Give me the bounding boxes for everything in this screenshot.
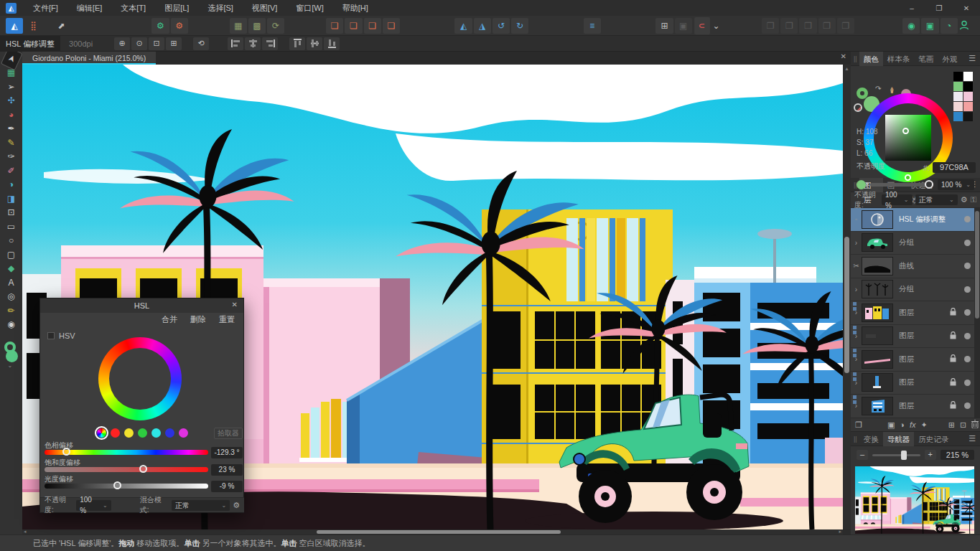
document-close-icon[interactable]: ✕: [841, 52, 846, 60]
layer-row-blue-pole[interactable]: › 图层: [851, 372, 980, 395]
zoom-value[interactable]: 215 %: [941, 450, 974, 460]
layer-visibility-toggle[interactable]: [964, 309, 971, 316]
shape-tool[interactable]: ◆: [3, 262, 20, 276]
align-right-icon[interactable]: [262, 37, 278, 50]
designer-persona-icon[interactable]: ◭: [6, 18, 23, 34]
saturation-shift-slider[interactable]: [45, 467, 208, 472]
rotate-selection-icon[interactable]: ⟲: [193, 37, 209, 50]
fill-stroke-selector[interactable]: ⌄: [3, 342, 20, 363]
close-button[interactable]: ✕: [953, 0, 980, 16]
picker-button[interactable]: 拾取器: [214, 428, 243, 439]
panel-menu-icon[interactable]: ☰: [969, 54, 976, 63]
flip-horizontal-icon[interactable]: ◭: [454, 18, 472, 34]
layer-row-blue-building[interactable]: › 图层: [851, 395, 980, 418]
move-to-back-icon[interactable]: ❏: [383, 18, 400, 34]
rectangle-tool[interactable]: ▭: [3, 220, 20, 234]
align-middle-icon[interactable]: [307, 37, 322, 50]
mini-swatch[interactable]: [953, 102, 963, 111]
layer-visibility-toggle[interactable]: [964, 356, 971, 362]
move-to-front-icon[interactable]: ❏: [326, 18, 343, 34]
scroll-up-icon[interactable]: ▲: [844, 66, 849, 71]
lock-icon[interactable]: [950, 401, 961, 410]
insert-inside-icon[interactable]: ▣: [921, 18, 938, 34]
rounded-rectangle-tool[interactable]: ▢: [3, 248, 20, 262]
saturation-shift-value[interactable]: 23 %: [211, 464, 243, 476]
pencil-tool[interactable]: ✎: [3, 136, 20, 150]
mini-swatch[interactable]: [963, 112, 973, 121]
layer-visibility-toggle[interactable]: [964, 216, 971, 222]
restore-button[interactable]: ❐: [925, 0, 953, 16]
rotate-ccw-icon[interactable]: ↺: [493, 18, 510, 34]
lock-icon[interactable]: [950, 331, 961, 341]
layer-visibility-toggle[interactable]: [964, 380, 971, 386]
menu-text[interactable]: 文本[T]: [111, 0, 155, 16]
horizontal-scroll-thumb[interactable]: [317, 530, 561, 534]
opacity-dropdown[interactable]: 100 %⌄: [938, 179, 974, 190]
gear-icon[interactable]: ⚙: [961, 195, 968, 204]
document-setup-gear-icon[interactable]: ⚙: [151, 18, 169, 34]
yellow-channel-swatch[interactable]: [124, 428, 134, 438]
corner-tool[interactable]: ◕: [3, 108, 20, 122]
mask-layer-icon[interactable]: ▣: [887, 420, 895, 430]
mini-swatch[interactable]: [963, 102, 973, 111]
tab-transform[interactable]: 变换: [859, 432, 883, 446]
scroll-left-icon[interactable]: ◂: [24, 529, 27, 534]
transform-box-icon[interactable]: ⊡: [149, 37, 164, 50]
zoom-in-button[interactable]: +: [925, 450, 936, 460]
snap-grid-icon[interactable]: ⊞: [655, 18, 673, 34]
align-left-icon[interactable]: [228, 37, 243, 50]
color-picker-tool[interactable]: ◎: [3, 290, 20, 304]
layer-row-dark[interactable]: › 图层: [851, 325, 980, 349]
layer-visibility-toggle[interactable]: [964, 333, 971, 339]
pixel-grid-icon[interactable]: ⊞: [166, 37, 182, 50]
layer-row-curve[interactable]: ✂ 曲线: [851, 255, 980, 278]
menu-select[interactable]: 选择[S]: [198, 0, 242, 16]
vector-brush-tool[interactable]: ✑: [3, 150, 20, 164]
layer-expand-chevron[interactable]: ›: [851, 402, 862, 410]
panel-menu-icon[interactable]: ☰: [969, 434, 976, 443]
ellipse-tool[interactable]: ○: [3, 234, 20, 248]
menu-help[interactable]: 帮助[H]: [333, 0, 378, 16]
pixel-persona-icon[interactable]: ⣿: [24, 18, 42, 34]
align-center-icon[interactable]: [245, 37, 261, 50]
mini-swatch[interactable]: [963, 72, 973, 81]
magenta-channel-swatch[interactable]: [179, 428, 188, 438]
menu-window[interactable]: 窗口[W]: [286, 0, 333, 16]
fill-tool[interactable]: ◑: [3, 178, 20, 192]
hsl-dialog-titlebar[interactable]: HSL ✕: [40, 298, 243, 313]
flip-vertical-icon[interactable]: ◮: [474, 18, 491, 34]
gear-icon[interactable]: ⚙: [233, 501, 240, 510]
merge-button[interactable]: 合并: [162, 314, 177, 326]
lock-icon[interactable]: [950, 378, 961, 387]
layer-visibility-toggle[interactable]: [964, 263, 971, 269]
menu-layer[interactable]: 图层[L]: [155, 0, 198, 16]
horizontal-scrollbar[interactable]: ◂ ▸: [22, 529, 843, 534]
show-selection-icon[interactable]: ⊙: [131, 37, 147, 50]
minimize-button[interactable]: –: [898, 0, 925, 16]
export-persona-icon[interactable]: ⬈: [52, 18, 70, 34]
layer-visibility-toggle[interactable]: [964, 286, 971, 293]
rotate-cw-icon[interactable]: ↻: [511, 18, 528, 34]
layer-row-pink-stripe[interactable]: › 图层: [851, 348, 980, 372]
insert-on-top-icon[interactable]: ◔: [941, 18, 958, 34]
delete-button[interactable]: 删除: [190, 314, 206, 326]
scroll-right-icon[interactable]: ▸: [839, 529, 841, 534]
layer-visibility-toggle[interactable]: [964, 240, 971, 246]
lock-icon[interactable]: ⚿: [971, 195, 976, 204]
cycle-selection-icon[interactable]: ⊕: [114, 37, 130, 50]
text-tool[interactable]: A: [3, 276, 20, 290]
panel-grip-icon[interactable]: ||: [854, 55, 857, 62]
account-icon[interactable]: [958, 19, 970, 32]
align-top-icon[interactable]: [289, 37, 305, 50]
menu-edit[interactable]: 编辑[E]: [67, 0, 111, 16]
layer-expand-chevron[interactable]: ›: [851, 355, 862, 363]
snap-options-icon[interactable]: ▣: [675, 18, 692, 34]
eyedropper-icon[interactable]: ✒: [887, 86, 897, 94]
layer-expand-chevron[interactable]: ›: [851, 286, 862, 293]
mini-swatch[interactable]: [953, 72, 963, 81]
green-channel-swatch[interactable]: [138, 428, 147, 438]
vertical-scrollbar[interactable]: ▲: [843, 65, 851, 529]
luminosity-shift-slider[interactable]: [45, 484, 208, 489]
move-backward-icon[interactable]: ❏: [364, 18, 381, 34]
tab-navigator[interactable]: 导航器: [883, 432, 915, 446]
